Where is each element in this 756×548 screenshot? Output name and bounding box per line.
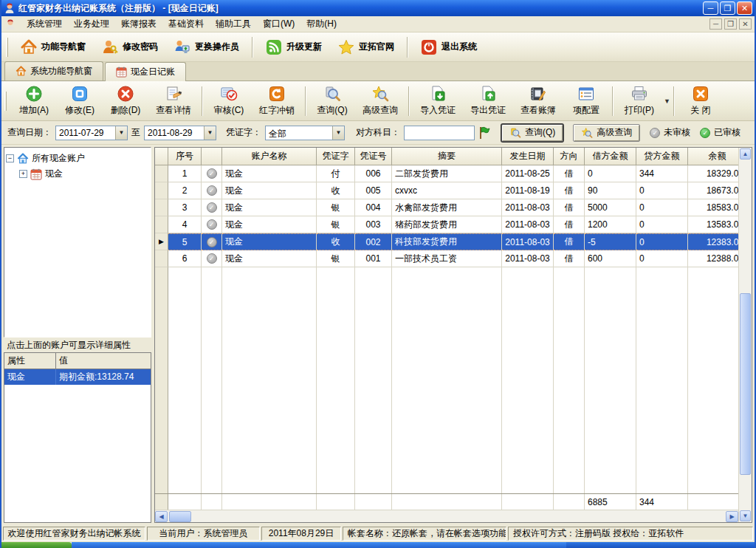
voucher-word-combo[interactable]: 全部 ▼ [265, 126, 345, 140]
grid-cell-credit[interactable]: 0 [636, 182, 688, 199]
grid-cell-word[interactable]: 银 [317, 250, 355, 267]
audit-status-cell[interactable]: ✓ [202, 250, 222, 267]
table-row[interactable]: ▶5✓现金收002科技部发货费用2011-08-03借-5012383.02 [155, 233, 738, 250]
query-filter-button[interactable]: 查询(Q) [501, 124, 563, 142]
restore-button[interactable]: ❐ [720, 1, 735, 15]
grid-cell-word[interactable]: 银 [317, 199, 355, 216]
column-header[interactable]: 凭证字 [317, 148, 355, 165]
column-header[interactable]: 摘要 [392, 148, 502, 165]
grid-cell-debit[interactable]: 1200 [585, 216, 636, 233]
table-row[interactable]: 6✓现金银001一部技术员工资2011-08-03借600012388.02 [155, 250, 738, 267]
change-password-button[interactable]: 修改密码 [94, 35, 166, 60]
grid-cell-dir[interactable]: 借 [554, 165, 585, 182]
scroll-up-icon[interactable]: ▲ [740, 148, 751, 160]
menu-system[interactable]: 系统管理 [21, 16, 68, 32]
menu-tools[interactable]: 辅助工具 [210, 16, 257, 32]
grid-cell-seq[interactable]: 6 [168, 250, 202, 267]
grid-cell-account[interactable]: 现金 [222, 250, 317, 267]
grid-cell-seq[interactable]: 3 [168, 199, 202, 216]
start-button[interactable] [1, 542, 72, 548]
exit-system-button[interactable]: 退出系统 [413, 35, 485, 60]
audit-status-cell[interactable]: ✓ [202, 233, 222, 250]
chevron-down-icon[interactable]: ▼ [332, 126, 344, 140]
scrollbar-thumb[interactable] [740, 293, 751, 475]
grid-cell-seq[interactable]: 5 [168, 233, 202, 250]
date-from-combo[interactable]: 2011-07-29 ▼ [55, 126, 128, 140]
grid-cell-summary[interactable]: cxvxc [392, 182, 502, 199]
column-header[interactable]: 账户名称 [222, 148, 317, 165]
expand-icon[interactable]: + [19, 170, 27, 178]
tab-cash-journal[interactable]: 现金日记账 [105, 62, 186, 81]
mdi-close-button[interactable]: ✕ [739, 18, 752, 30]
grid-cell-account[interactable]: 现金 [222, 233, 317, 250]
edit-button[interactable]: 修改(E) [57, 82, 103, 120]
menu-business[interactable]: 业务处理 [68, 16, 115, 32]
menu-help[interactable]: 帮助(H) [300, 16, 343, 32]
menu-window[interactable]: 窗口(W) [257, 16, 300, 32]
chevron-down-icon[interactable]: ▼ [204, 126, 216, 140]
export-voucher-button[interactable]: 导出凭证 [463, 82, 513, 120]
view-ledger-button[interactable]: 查看账簿 [513, 82, 563, 120]
scroll-left-icon[interactable]: ◀ [155, 511, 168, 522]
grid-cell-account[interactable]: 现金 [222, 199, 317, 216]
grid-cell-debit[interactable]: 90 [585, 182, 636, 199]
grid-cell-debit[interactable]: 0 [585, 165, 636, 182]
menu-basedata[interactable]: 基础资料 [162, 16, 210, 32]
grid-cell-dir[interactable]: 借 [554, 199, 585, 216]
mdi-restore-button[interactable]: ❐ [724, 18, 737, 30]
advanced-filter-button[interactable]: 高级查询 [573, 124, 640, 142]
audit-status-cell[interactable]: ✓ [202, 199, 222, 216]
flag-icon[interactable] [478, 126, 490, 140]
upgrade-button[interactable]: 升级更新 [258, 35, 330, 60]
grid-cell-debit[interactable]: 600 [585, 250, 636, 267]
column-header[interactable]: 发生日期 [502, 148, 554, 165]
grid-cell-no[interactable]: 003 [355, 216, 392, 233]
chevron-down-icon[interactable]: ▼ [115, 126, 127, 140]
grid-cell-credit[interactable]: 344 [636, 165, 688, 182]
grid-cell-seq[interactable]: 2 [168, 182, 202, 199]
grid-cell-no[interactable]: 006 [355, 165, 392, 182]
grid-cell-dir[interactable]: 借 [554, 233, 585, 250]
tree-node-cash[interactable]: + 现金 [6, 166, 149, 182]
grid-cell-credit[interactable]: 0 [636, 199, 688, 216]
table-row[interactable]: 2✓现金收005cxvxc2011-08-19借90018673.02 [155, 182, 738, 199]
scrollbar-thumb[interactable] [169, 511, 191, 522]
column-header[interactable]: 贷方金额 [636, 148, 688, 165]
tab-system-nav[interactable]: 系统功能导航窗 [4, 61, 103, 81]
column-header[interactable] [202, 148, 222, 165]
table-row[interactable]: 4✓现金银003猪药部发货费用2011-08-03借1200013583.02 [155, 216, 738, 233]
grid-cell-dir[interactable]: 借 [554, 182, 585, 199]
tree-node-all-accounts[interactable]: − 所有现金账户 [6, 151, 149, 166]
minimize-button[interactable]: ─ [703, 1, 718, 15]
website-button[interactable]: 亚拓官网 [330, 35, 402, 60]
menu-reports[interactable]: 账簿报表 [115, 16, 162, 32]
grid-cell-summary[interactable]: 二部发货费用 [392, 165, 502, 182]
grid-cell-account[interactable]: 现金 [222, 165, 317, 182]
grid-cell-date[interactable]: 2011-08-03 [502, 250, 554, 267]
grid-cell-no[interactable]: 002 [355, 233, 392, 250]
view-detail-button[interactable]: 查看详情 [148, 82, 199, 120]
opposite-subject-input[interactable] [404, 126, 475, 140]
grid-cell-date[interactable]: 2011-08-03 [502, 216, 554, 233]
date-to-combo[interactable]: 2011-08-29 ▼ [144, 126, 216, 140]
red-reverse-button[interactable]: 红字冲销 [252, 82, 302, 120]
grid-cell-word[interactable]: 收 [317, 233, 355, 250]
grid-cell-date[interactable]: 2011-08-03 [502, 233, 554, 250]
grid-cell-dir[interactable]: 借 [554, 250, 585, 267]
close-button[interactable]: ✕ [737, 1, 752, 15]
audit-status-cell[interactable]: ✓ [202, 182, 222, 199]
horizontal-scrollbar[interactable]: ◀ ▶ [155, 510, 738, 522]
grid-cell-no[interactable]: 005 [355, 182, 392, 199]
column-header[interactable]: 序号 [168, 148, 202, 165]
grid-cell-seq[interactable]: 4 [168, 216, 202, 233]
grid-cell-credit[interactable]: 0 [636, 216, 688, 233]
column-header[interactable]: 借方金额 [585, 148, 636, 165]
vertical-scrollbar[interactable]: ▲ ▼ [738, 148, 752, 522]
column-header[interactable]: 凭证号 [355, 148, 392, 165]
collapse-icon[interactable]: − [6, 154, 14, 162]
grid-cell-word[interactable]: 付 [317, 165, 355, 182]
grid-cell-date[interactable]: 2011-08-19 [502, 182, 554, 199]
audit-button[interactable]: 审核(C) [206, 82, 252, 120]
grid-cell-debit[interactable]: -5 [585, 233, 636, 250]
nav-window-button[interactable]: 功能导航窗 [13, 35, 94, 60]
